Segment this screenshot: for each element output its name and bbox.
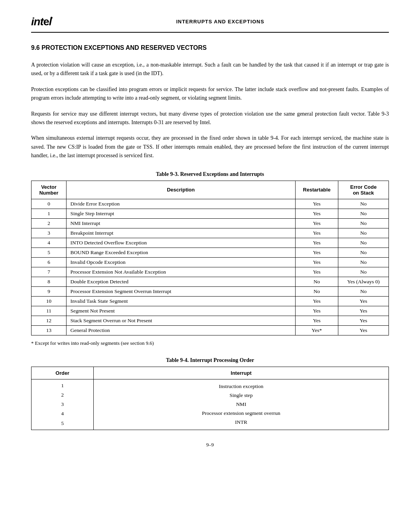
cell-restartable: Yes: [296, 199, 338, 209]
paragraph-2: Protection exceptions can be classified …: [31, 85, 389, 103]
cell-restartable: Yes: [296, 228, 338, 238]
cell-description: General Protection: [66, 325, 296, 335]
cell-error-code: No: [338, 286, 389, 296]
header-title: INTERRUPTS AND EXCEPTIONS: [52, 16, 389, 25]
logo-text-int: int: [31, 16, 43, 28]
cell-vector: 12: [32, 316, 66, 325]
logo-dot-icon: [51, 17, 52, 19]
cell-restartable: Yes: [296, 257, 338, 267]
paragraph-4: When simultaneous external interrupt req…: [31, 134, 389, 160]
table-row: 2 NMI Interrupt Yes No: [32, 218, 389, 228]
table94-caption: Table 9-4. Interrupt Processing Order: [31, 357, 389, 363]
cell-description: Processor Extension Segment Overrun Inte…: [66, 286, 296, 296]
cell-restartable: Yes: [296, 316, 338, 325]
cell-vector: 13: [32, 325, 66, 335]
col-header-interrupt: Interrupt: [94, 367, 389, 379]
cell-error-code: Yes: [338, 325, 389, 335]
cell-error-code: No: [338, 267, 389, 277]
page-header: intel INTERRUPTS AND EXCEPTIONS: [31, 16, 389, 33]
table-row: 3 Breakpoint Interrupt Yes No: [32, 228, 389, 238]
col-header-error-code: Error Codeon Stack: [338, 181, 389, 199]
table-row: 7 Processor Extension Not Available Exce…: [32, 267, 389, 277]
cell-error-code: No: [338, 238, 389, 248]
table93-header-row: VectorNumber Description Restartable Err…: [32, 181, 389, 199]
table-row: 10 Invalid Task State Segment Yes Yes: [32, 296, 389, 306]
cell-vector: 11: [32, 306, 66, 316]
cell-restartable: Yes: [296, 306, 338, 316]
table-row: 1 Single Step Interrupt Yes No: [32, 209, 389, 218]
cell-restartable: Yes: [296, 238, 338, 248]
cell-vector: 2: [32, 218, 66, 228]
col-header-restartable: Restartable: [296, 181, 338, 199]
cell-description: Breakpoint Interrupt: [66, 228, 296, 238]
table94: Order Interrupt 12345Instruction excepti…: [31, 367, 389, 430]
cell-description: Invalid Task State Segment: [66, 296, 296, 306]
cell-vector: 6: [32, 257, 66, 267]
cell-error-code: Yes: [338, 306, 389, 316]
cell-description: Invalid Opcode Exception: [66, 257, 296, 267]
cell-vector: 5: [32, 248, 66, 257]
cell-error-code: Yes: [338, 316, 389, 325]
cell-error-code: No: [338, 228, 389, 238]
table93-footnote: * Except for writes into read-only segme…: [31, 340, 389, 346]
table-row: 4 INTO Detected Overflow Exception Yes N…: [32, 238, 389, 248]
cell-vector: 8: [32, 277, 66, 286]
table93-body: 0 Divide Error Exception Yes No 1 Single…: [32, 199, 389, 335]
cell-error-code: Yes: [338, 296, 389, 306]
cell-vector: 9: [32, 286, 66, 296]
cell-vector: 7: [32, 267, 66, 277]
cell-error-code: No: [338, 209, 389, 218]
cell-restartable: Yes: [296, 218, 338, 228]
cell-restartable: Yes: [296, 296, 338, 306]
cell-vector: 3: [32, 228, 66, 238]
cell-description: NMI Interrupt: [66, 218, 296, 228]
cell-vector: 4: [32, 238, 66, 248]
col-header-vector: VectorNumber: [32, 181, 66, 199]
table-row: 5 BOUND Range Exceeded Exception Yes No: [32, 248, 389, 257]
cell-error-code: No: [338, 248, 389, 257]
table-row: 11 Segment Not Present Yes Yes: [32, 306, 389, 316]
cell-interrupt: Instruction exceptionSingle stepNMIProce…: [94, 379, 389, 430]
cell-restartable: No: [296, 286, 338, 296]
page: intel INTERRUPTS AND EXCEPTIONS 9.6 PROT…: [0, 0, 420, 525]
cell-description: BOUND Range Exceeded Exception: [66, 248, 296, 257]
cell-restartable: Yes: [296, 209, 338, 218]
table93: VectorNumber Description Restartable Err…: [31, 181, 389, 335]
cell-order: 12345: [32, 379, 94, 430]
cell-description: Processor Extension Not Available Except…: [66, 267, 296, 277]
cell-restartable: No: [296, 277, 338, 286]
table-row: 13 General Protection Yes* Yes: [32, 325, 389, 335]
intel-logo: intel: [31, 16, 52, 28]
cell-description: Divide Error Exception: [66, 199, 296, 209]
paragraph-1: A protection violation will cause an exc…: [31, 61, 389, 78]
cell-error-code: No: [338, 199, 389, 209]
table-row: 12345Instruction exceptionSingle stepNMI…: [32, 379, 389, 430]
cell-error-code: Yes (Always 0): [338, 277, 389, 286]
cell-error-code: No: [338, 257, 389, 267]
cell-error-code: No: [338, 218, 389, 228]
cell-description: Double Exception Detected: [66, 277, 296, 286]
page-number: 9–9: [31, 442, 389, 448]
col-header-order: Order: [32, 367, 94, 379]
logo-text-el: e: [43, 16, 49, 28]
col-header-description: Description: [66, 181, 296, 199]
cell-restartable: Yes*: [296, 325, 338, 335]
table-row: 6 Invalid Opcode Exception Yes No: [32, 257, 389, 267]
table-row: 8 Double Exception Detected No Yes (Alwa…: [32, 277, 389, 286]
table-row: 0 Divide Error Exception Yes No: [32, 199, 389, 209]
paragraph-3: Requests for service may use different i…: [31, 110, 389, 127]
table-row: 9 Processor Extension Segment Overrun In…: [32, 286, 389, 296]
table94-body: 12345Instruction exceptionSingle stepNMI…: [32, 379, 389, 430]
cell-description: Segment Not Present: [66, 306, 296, 316]
table94-header-row: Order Interrupt: [32, 367, 389, 379]
cell-restartable: Yes: [296, 248, 338, 257]
cell-description: Stack Segment Overrun or Not Present: [66, 316, 296, 325]
cell-restartable: Yes: [296, 267, 338, 277]
cell-vector: 10: [32, 296, 66, 306]
table-row: 12 Stack Segment Overrun or Not Present …: [32, 316, 389, 325]
cell-description: Single Step Interrupt: [66, 209, 296, 218]
cell-description: INTO Detected Overflow Exception: [66, 238, 296, 248]
section-heading: 9.6 PROTECTION EXCEPTIONS AND RESERVED V…: [31, 44, 389, 51]
cell-vector: 0: [32, 199, 66, 209]
table93-caption: Table 9-3. Reserved Exceptions and Inter…: [31, 171, 389, 177]
